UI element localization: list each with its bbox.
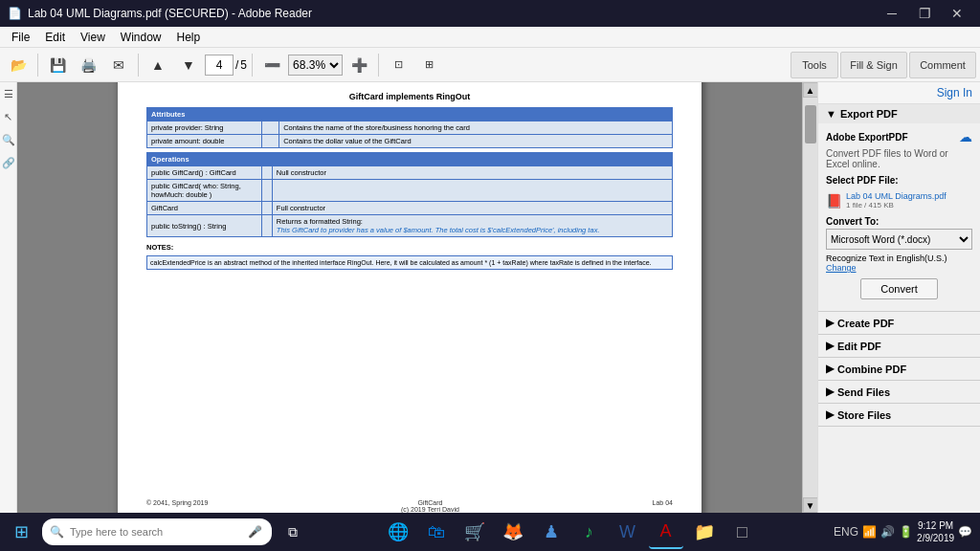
file-explorer-icon[interactable]: 📁 <box>687 515 722 549</box>
clock-time: 9:12 PM <box>917 519 954 532</box>
word-icon[interactable]: W <box>611 515 645 549</box>
method1-name: public GiftCard() : GiftCard <box>147 166 262 180</box>
open-button[interactable]: 📂 <box>4 52 33 78</box>
close-button[interactable]: ✕ <box>942 0 972 27</box>
pdf-file-icon: 📕 <box>826 193 842 209</box>
edge-icon[interactable]: 🌐 <box>381 515 415 549</box>
page-separator: / <box>235 58 238 72</box>
windows-logo-icon: ⊞ <box>14 521 29 542</box>
minimize-button[interactable]: ─ <box>877 0 907 27</box>
zoom-out-button[interactable]: ➖ <box>257 52 286 78</box>
online-icon: ☁ <box>959 129 972 144</box>
next-page-button[interactable]: ▼ <box>174 52 203 78</box>
file-name: Lab 04 UML Diagrams.pdf <box>846 191 947 201</box>
start-button[interactable]: ⊞ <box>4 515 38 549</box>
firefox-icon[interactable]: 🦊 <box>496 515 530 549</box>
convert-button[interactable]: Convert <box>860 278 938 299</box>
zoom-in-button[interactable]: ➕ <box>345 52 373 78</box>
store-icon[interactable]: 🛍 <box>419 515 454 549</box>
save-button[interactable]: 💾 <box>43 52 72 78</box>
menu-bar: File Edit View Window Help <box>0 27 980 48</box>
amazon-icon[interactable]: 🛒 <box>457 515 492 549</box>
pdf-document-title: GiftCard implements RingOut <box>146 92 673 101</box>
vertical-scrollbar[interactable]: ▲ ▼ <box>802 82 817 513</box>
send-files-section[interactable]: ▶ Send Files <box>818 381 980 404</box>
taskbar: ⊞ 🔍 🎤 ⧉ 🌐 🛍 🛒 🦊 ♟ ♪ W A 📁 □ ENG 📶 🔊 🔋 9:… <box>0 513 980 551</box>
page-number-input[interactable] <box>205 55 234 76</box>
main-content: ☰ ↖ 🔍 🔗 GiftCard implements RingOut Attr… <box>0 82 980 513</box>
export-pdf-title[interactable]: ▼ Export PDF <box>818 104 980 123</box>
pdf-page: GiftCard implements RingOut Attributes p… <box>118 82 702 513</box>
zoom-icon[interactable]: 🔍 <box>1 132 16 147</box>
menu-file[interactable]: File <box>4 29 37 46</box>
search-bar[interactable]: 🔍 🎤 <box>42 518 272 545</box>
method3-name: GiftCard <box>147 202 262 215</box>
attr1-name: private provider: String <box>147 121 262 135</box>
steam-icon[interactable]: ♟ <box>534 515 568 549</box>
microphone-icon[interactable]: 🎤 <box>248 525 262 539</box>
file-entry: 📕 Lab 04 UML Diagrams.pdf 1 file / 415 K… <box>826 188 972 212</box>
convert-to-select[interactable]: Microsoft Word (*.docx) Microsoft Excel … <box>826 229 972 250</box>
comment-button[interactable]: Comment <box>909 52 976 78</box>
export-pdf-content: Adobe ExportPDF ☁ Convert PDF files to W… <box>818 123 980 311</box>
chevron-right-icon4: ▶ <box>826 386 834 398</box>
print-button[interactable]: 🖨️ <box>74 52 102 78</box>
select-pdf-label: Select PDF File: <box>826 175 972 186</box>
change-link[interactable]: Change <box>826 263 857 273</box>
scroll-down-button[interactable]: ▼ <box>803 497 818 513</box>
store-files-section[interactable]: ▶ Store Files <box>818 404 980 427</box>
clock-date: 2/9/2019 <box>917 532 954 544</box>
prev-page-button[interactable]: ▲ <box>144 52 172 78</box>
operations-table: Operations public GiftCard() : GiftCard … <box>146 152 673 237</box>
footer-center: GiftCard(c) 2019 Terri David <box>401 499 459 513</box>
network-icon[interactable]: 📶 <box>862 525 877 539</box>
sign-in-area[interactable]: Sign In <box>818 82 980 104</box>
tools-button[interactable]: Tools <box>791 52 838 78</box>
battery-icon[interactable]: 🔋 <box>899 525 913 539</box>
method1-desc: Null constructor <box>272 166 672 180</box>
attr1-col2 <box>262 121 279 135</box>
edit-pdf-section[interactable]: ▶ Edit PDF <box>818 335 980 358</box>
adobe-icon[interactable]: A <box>649 515 683 549</box>
language-icon[interactable]: ENG <box>834 525 858 539</box>
combine-pdf-section[interactable]: ▶ Combine PDF <box>818 358 980 381</box>
page-total: 5 <box>240 58 247 72</box>
scroll-up-button[interactable]: ▲ <box>803 82 818 98</box>
footer-left: © 2041, Spring 2019 <box>146 499 208 513</box>
email-button[interactable]: ✉ <box>104 52 133 78</box>
cursor-icon[interactable]: ↖ <box>1 109 16 124</box>
fit-page-button[interactable]: ⊡ <box>384 52 412 78</box>
menu-window[interactable]: Window <box>113 29 169 46</box>
toolbar: 📂 💾 🖨️ ✉ ▲ ▼ / 5 ➖ 68.3% 50% 75% 100% 12… <box>0 48 980 82</box>
hand-tool-icon[interactable]: ☰ <box>1 86 16 101</box>
task-view-button[interactable]: ⧉ <box>276 515 310 549</box>
sign-in-link[interactable]: Sign In <box>937 86 972 99</box>
pdf-viewer[interactable]: GiftCard implements RingOut Attributes p… <box>17 82 802 513</box>
method4-desc: Returns a formatted String: This GiftCar… <box>272 215 672 237</box>
method4-name: public toString() : String <box>147 215 262 237</box>
menu-edit[interactable]: Edit <box>37 29 73 46</box>
attr1-desc: Contains the name of the store/business … <box>279 121 673 135</box>
menu-help[interactable]: Help <box>169 29 209 46</box>
search-input[interactable] <box>70 526 242 538</box>
operations-header: Operations <box>147 153 673 166</box>
menu-view[interactable]: View <box>73 29 113 46</box>
link-icon[interactable]: 🔗 <box>1 155 16 170</box>
scroll-thumb[interactable] <box>805 105 816 143</box>
system-clock[interactable]: 9:12 PM 2/9/2019 <box>917 519 954 544</box>
chevron-right-icon3: ▶ <box>826 363 834 375</box>
fit-width-button[interactable]: ⊞ <box>414 52 443 78</box>
zoom-select[interactable]: 68.3% 50% 75% 100% 125% 150% <box>288 55 343 76</box>
restore-button[interactable]: ❐ <box>909 0 940 27</box>
fill-sign-button[interactable]: Fill & Sign <box>840 52 907 78</box>
notification-icon[interactable]: 💬 <box>958 525 972 539</box>
app-icon2[interactable]: □ <box>725 515 760 549</box>
create-pdf-section[interactable]: ▶ Create PDF <box>818 312 980 335</box>
separator <box>37 54 38 77</box>
volume-icon[interactable]: 🔊 <box>880 525 895 539</box>
spotify-icon[interactable]: ♪ <box>572 515 607 549</box>
search-icon: 🔍 <box>50 525 64 539</box>
chevron-right-icon2: ▶ <box>826 340 834 352</box>
method2-name: public GiftCard( who: String, howMuch: d… <box>147 180 262 202</box>
separator2 <box>138 54 139 77</box>
